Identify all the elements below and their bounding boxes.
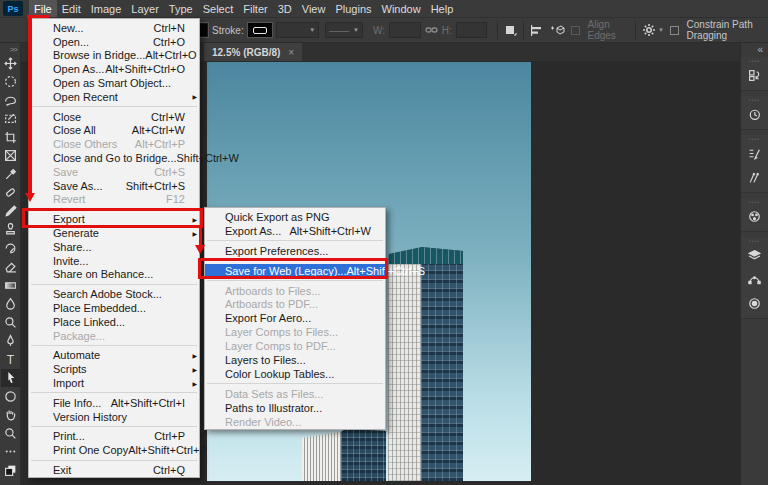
file-menu-item-version-history[interactable]: Version History xyxy=(29,410,199,424)
file-menu-item-place-linked[interactable]: Place Linked... xyxy=(29,315,199,329)
versions-panel-icon[interactable] xyxy=(743,63,767,87)
file-menu-item-print-one-copy[interactable]: Print One CopyAlt+Shift+Ctrl+P xyxy=(29,443,199,457)
shape-width-input[interactable] xyxy=(389,22,421,38)
gradient-tool-icon[interactable] xyxy=(1,276,20,295)
export-submenu-item-export-for-aero[interactable]: Export For Aero... xyxy=(205,311,385,325)
history-panel-icon[interactable] xyxy=(743,102,767,126)
export-submenu-item-paths-to-illustrator[interactable]: Paths to Illustrator... xyxy=(205,401,385,415)
move-tool-icon[interactable] xyxy=(1,54,20,73)
menubar-item-type[interactable]: Type xyxy=(164,0,198,17)
file-menu-item-open-as[interactable]: Open As...Alt+Shift+Ctrl+O xyxy=(29,62,199,76)
file-menu-item-open[interactable]: Open...Ctrl+O xyxy=(29,35,199,49)
file-menu-item-file-info[interactable]: File Info...Alt+Shift+Ctrl+I xyxy=(29,396,199,410)
menubar-item-3d[interactable]: 3D xyxy=(273,0,297,17)
menu-item-label: Search Adobe Stock... xyxy=(53,288,185,300)
menubar-item-view[interactable]: View xyxy=(297,0,331,17)
file-menu-item-share-on-behance[interactable]: Share on Behance... xyxy=(29,268,199,282)
file-menu-item-close-and-go-to-bridge[interactable]: Close and Go to Bridge...Shift+Ctrl+W xyxy=(29,151,199,165)
menubar-item-image[interactable]: Image xyxy=(86,0,127,17)
file-menu-item-close[interactable]: CloseCtrl+W xyxy=(29,110,199,124)
path-selection-tool-icon[interactable] xyxy=(1,369,20,388)
type-tool-icon[interactable]: T xyxy=(1,350,20,369)
hand-tool-icon[interactable] xyxy=(1,406,20,425)
export-submenu-item-export-preferences[interactable]: Export Preferences... xyxy=(205,244,385,258)
swatches-panel-icon[interactable] xyxy=(743,204,767,228)
export-submenu-item-layers-to-files[interactable]: Layers to Files... xyxy=(205,353,385,367)
export-submenu-item-color-lookup-tables[interactable]: Color Lookup Tables... xyxy=(205,367,385,381)
path-operations-icon[interactable] xyxy=(504,21,517,39)
eyedropper-tool-icon[interactable] xyxy=(1,165,20,184)
layers-panel-icon[interactable] xyxy=(743,243,767,267)
brush-settings-panel-icon[interactable] xyxy=(743,141,767,165)
file-menu-item-print[interactable]: Print...Ctrl+P xyxy=(29,430,199,444)
tab-close-icon[interactable]: × xyxy=(288,47,294,58)
channels-panel-icon[interactable] xyxy=(743,291,767,315)
align-edges-checkbox[interactable] xyxy=(571,26,580,35)
menu-item-shortcut: Alt+Ctrl+P xyxy=(135,138,188,150)
file-menu-item-scripts[interactable]: Scripts▶ xyxy=(29,362,199,376)
menu-item-label: Layer Comps to PDF... xyxy=(225,340,371,352)
arrow-to-save-line xyxy=(199,228,203,245)
file-menu-item-save-as[interactable]: Save As...Shift+Ctrl+S xyxy=(29,179,199,193)
export-submenu-item-export-as[interactable]: Export As...Alt+Shift+Ctrl+W xyxy=(205,224,385,238)
marquee-tool-icon[interactable] xyxy=(1,73,20,92)
file-menu-item-open-recent[interactable]: Open Recent▶ xyxy=(29,90,199,104)
stroke-color-swatch[interactable] xyxy=(248,23,272,37)
stroke-type-select[interactable]: ——▼ xyxy=(325,22,363,38)
file-menu-item-browse-in-bridge[interactable]: Browse in Bridge...Alt+Ctrl+O xyxy=(29,49,199,63)
menubar-item-layer[interactable]: Layer xyxy=(126,0,164,17)
shape-tool-icon[interactable] xyxy=(1,387,20,406)
ellipsis-tool-icon[interactable] xyxy=(1,443,20,462)
menubar-item-help[interactable]: Help xyxy=(426,0,459,17)
brushes-panel-icon[interactable] xyxy=(743,165,767,189)
crop-tool-icon[interactable] xyxy=(1,128,20,147)
file-menu-item-import[interactable]: Import▶ xyxy=(29,376,199,390)
menu-item-shortcut: Alt+Ctrl+W xyxy=(132,124,188,136)
menu-item-label: Import xyxy=(53,377,185,389)
brush-tool-icon[interactable] xyxy=(1,202,20,221)
export-submenu-item-quick-export-as-png[interactable]: Quick Export as PNG xyxy=(205,210,385,224)
file-menu-item-new[interactable]: New...Ctrl+N xyxy=(29,21,199,35)
constrain-path-dragging-checkbox[interactable] xyxy=(670,26,679,35)
menu-item-label: Open as Smart Object... xyxy=(53,77,185,89)
zoom-tool-icon[interactable] xyxy=(1,424,20,443)
eraser-tool-icon[interactable] xyxy=(1,258,20,277)
align-edges-label: Align Edges xyxy=(588,19,626,41)
panel-collapse-icon[interactable]: « xyxy=(757,43,768,57)
file-menu-item-place-embedded[interactable]: Place Embedded... xyxy=(29,301,199,315)
object-selection-tool-icon[interactable] xyxy=(1,110,20,129)
menubar-item-window[interactable]: Window xyxy=(377,0,426,17)
menubar-item-edit[interactable]: Edit xyxy=(57,0,86,17)
document-tab[interactable]: 12.5% (RGB/8) × xyxy=(204,43,302,61)
path-arrangement-icon[interactable] xyxy=(550,21,565,39)
toolbar-collapse-icon[interactable]: >> xyxy=(10,43,20,54)
file-menu-item-close-others: Close OthersAlt+Ctrl+P xyxy=(29,137,199,151)
file-menu-item-automate[interactable]: Automate▶ xyxy=(29,349,199,363)
file-menu-item-open-as-smart-object[interactable]: Open as Smart Object... xyxy=(29,76,199,90)
paths-panel-icon[interactable] xyxy=(743,267,767,291)
gear-icon[interactable] xyxy=(642,21,656,39)
file-menu-item-close-all[interactable]: Close AllAlt+Ctrl+W xyxy=(29,124,199,138)
link-dimensions-icon[interactable] xyxy=(425,21,438,39)
shape-height-input[interactable] xyxy=(456,22,488,38)
menubar-item-plugins[interactable]: Plugins xyxy=(330,0,376,17)
color-swatches-tool-icon[interactable] xyxy=(1,461,20,480)
file-menu-item-search-adobe-stock[interactable]: Search Adobe Stock... xyxy=(29,287,199,301)
menubar-item-select[interactable]: Select xyxy=(198,0,239,17)
file-menu-item-share[interactable]: Share... xyxy=(29,240,199,254)
file-menu-item-generate[interactable]: Generate▶ xyxy=(29,226,199,240)
file-menu-item-exit[interactable]: ExitCtrl+Q xyxy=(29,463,199,477)
path-alignment-icon[interactable] xyxy=(530,21,543,39)
lasso-tool-icon[interactable] xyxy=(1,91,20,110)
file-menu-item-invite[interactable]: Invite... xyxy=(29,254,199,268)
pen-tool-icon[interactable] xyxy=(1,332,20,351)
history-brush-tool-icon[interactable] xyxy=(1,239,20,258)
stroke-width-select[interactable]: ▼ xyxy=(276,22,319,38)
menubar-item-filter[interactable]: Filter xyxy=(238,0,272,17)
healing-tool-icon[interactable] xyxy=(1,184,20,203)
menu-item-label: Close and Go to Bridge... xyxy=(53,152,177,164)
dodge-tool-icon[interactable] xyxy=(1,313,20,332)
clone-stamp-tool-icon[interactable] xyxy=(1,221,20,240)
frame-tool-icon[interactable] xyxy=(1,147,20,166)
blur-tool-icon[interactable] xyxy=(1,295,20,314)
